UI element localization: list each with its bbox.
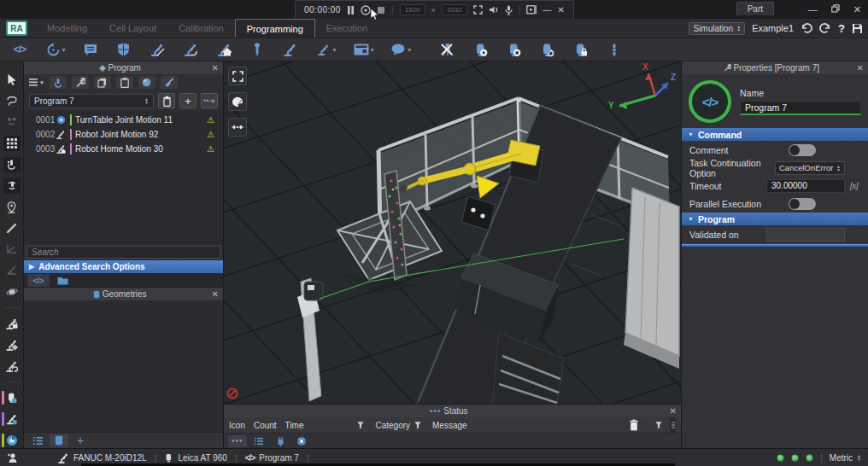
- save-icon[interactable]: [852, 23, 863, 34]
- search-input[interactable]: [26, 246, 220, 259]
- add-view-button[interactable]: +: [71, 434, 90, 447]
- column-count[interactable]: Count: [254, 421, 277, 430]
- code-tool-icon[interactable]: </>: [9, 39, 31, 60]
- filter-icon[interactable]: [654, 421, 663, 429]
- tab-calibration[interactable]: Calibration: [167, 19, 235, 38]
- code-view-tab[interactable]: </>: [27, 274, 50, 287]
- tool-pink-mode-icon[interactable]: [2, 390, 22, 405]
- tracker-record-icon[interactable]: [503, 39, 525, 60]
- select-cursor-icon[interactable]: [3, 72, 21, 87]
- status-scrollbar[interactable]: [670, 417, 676, 433]
- filter-icon[interactable]: [356, 421, 365, 429]
- user-button[interactable]: [7, 452, 18, 463]
- paste-icon[interactable]: [116, 76, 133, 89]
- wrench-icon[interactable]: [72, 76, 89, 89]
- joint-motion-icon[interactable]: [179, 39, 202, 60]
- copy-icon[interactable]: [94, 76, 111, 89]
- dropdown-caret-icon[interactable]: ▼: [369, 47, 375, 53]
- sphere-icon[interactable]: [138, 76, 155, 89]
- geometry-view-button[interactable]: [50, 434, 68, 447]
- dock-window-icon[interactable]: [526, 5, 537, 15]
- close-panel-icon[interactable]: ✕: [857, 63, 864, 73]
- dropdown-caret-icon[interactable]: ▼: [407, 47, 413, 53]
- step-program-button[interactable]: ••➜: [201, 93, 218, 108]
- undo-icon[interactable]: [801, 23, 812, 33]
- viewport-appearance-icon[interactable]: [228, 92, 247, 111]
- program-section-header[interactable]: ▼ Program: [682, 213, 868, 225]
- resolution-height-field[interactable]: 1032: [442, 4, 467, 15]
- active-tracker-indicator[interactable]: Leica AT 960: [164, 452, 226, 463]
- measure-line-icon[interactable]: [3, 221, 21, 236]
- restore-window-icon[interactable]: [831, 4, 840, 15]
- program-row-1[interactable]: 0001 TurnTable Joint Motion 11 ⚠: [24, 113, 223, 127]
- robot-move-icon[interactable]: [3, 337, 21, 352]
- close-panel-icon[interactable]: ✕: [212, 289, 219, 299]
- probe-target-icon[interactable]: [603, 39, 625, 60]
- program-row-2[interactable]: 0002 Robot Joint Motion 92 ⚠: [24, 127, 223, 142]
- task-continuation-select[interactable]: CancelOnError ▲▼: [775, 161, 845, 175]
- robot-violet-mode-icon[interactable]: [2, 411, 22, 427]
- camera-green-mode-icon[interactable]: [2, 433, 22, 448]
- touch-move-icon[interactable]: [3, 157, 21, 172]
- home-motion-icon[interactable]: [213, 39, 235, 60]
- clear-status-icon[interactable]: [629, 419, 639, 431]
- tracker-play-icon[interactable]: [470, 39, 492, 60]
- close-recorder-icon[interactable]: ✕: [557, 5, 564, 15]
- tracker-lock-icon[interactable]: [570, 39, 592, 60]
- tab-execution[interactable]: Execution: [315, 19, 378, 38]
- speaker-icon[interactable]: [489, 5, 499, 15]
- add-program-button[interactable]: +: [179, 93, 196, 108]
- advanced-search-bar[interactable]: ▶ Advanced Search Options: [24, 260, 223, 273]
- tab-cell-layout[interactable]: Cell Layout: [98, 19, 167, 38]
- status-network-tab[interactable]: [292, 435, 311, 447]
- dropdown-caret-icon[interactable]: ▼: [331, 47, 337, 53]
- status-log-tab[interactable]: [249, 435, 268, 447]
- grid-snap-icon[interactable]: [3, 136, 21, 151]
- column-message[interactable]: Message: [432, 421, 467, 430]
- comment-toggle[interactable]: [789, 144, 816, 156]
- close-panel-icon[interactable]: ✕: [670, 406, 677, 416]
- timeout-input[interactable]: [766, 179, 845, 193]
- touch-edit-icon[interactable]: [50, 76, 67, 89]
- measurement-cancel-icon[interactable]: [437, 39, 459, 60]
- pause-button[interactable]: [347, 6, 355, 15]
- filter-icon[interactable]: [413, 421, 422, 429]
- help-button[interactable]: ?: [838, 22, 845, 35]
- robot-lock-icon[interactable]: [3, 316, 21, 331]
- robot-arm-icon[interactable]: [279, 39, 302, 60]
- program-select[interactable]: Program 7 ▲▼: [29, 94, 154, 108]
- touch-rotate-icon[interactable]: [3, 178, 21, 194]
- angle-measure-icon[interactable]: [3, 263, 21, 278]
- microphone-icon[interactable]: [505, 5, 513, 15]
- comment-tool-icon[interactable]: [79, 39, 102, 60]
- delete-program-button[interactable]: [158, 93, 175, 108]
- robot-rotate-icon[interactable]: [3, 358, 21, 374]
- multi-touch-icon[interactable]: [3, 114, 21, 130]
- axis-chart-icon[interactable]: [3, 242, 21, 258]
- program-row-3[interactable]: 0003 Robot Home Motion 30 ⚠: [24, 142, 223, 156]
- shield-tool-icon[interactable]: [113, 39, 135, 60]
- program-panel-header[interactable]: Program ✕: [24, 61, 223, 74]
- geometries-panel-header[interactable]: Geometries ✕: [24, 288, 223, 300]
- close-panel-icon[interactable]: ✕: [212, 63, 219, 73]
- viewport-fullscreen-icon[interactable]: [228, 67, 247, 85]
- tab-programming[interactable]: Programming: [235, 19, 315, 38]
- active-robot-indicator[interactable]: FANUC M-20iD12L: [57, 452, 147, 463]
- linear-motion-icon[interactable]: [146, 39, 168, 60]
- name-input[interactable]: [740, 101, 861, 115]
- column-category[interactable]: Category: [375, 421, 410, 430]
- list-view-button[interactable]: [28, 434, 47, 447]
- redo-icon[interactable]: [819, 23, 831, 33]
- viewport-3d[interactable]: X Z Y: [224, 61, 681, 404]
- fullscreen-icon[interactable]: [473, 5, 483, 15]
- orbit-sphere-icon[interactable]: [3, 284, 21, 300]
- status-more-tab[interactable]: •••: [228, 435, 247, 447]
- location-pin-icon[interactable]: [3, 200, 21, 215]
- units-select[interactable]: Metric ▲▼: [830, 453, 861, 463]
- status-connection-tab[interactable]: [271, 435, 290, 447]
- resolution-width-field[interactable]: 1920: [400, 4, 425, 15]
- viewport-center-fit-icon[interactable]: [228, 118, 247, 137]
- broom-icon[interactable]: [161, 76, 178, 89]
- minimize-recorder-icon[interactable]: —: [542, 5, 551, 15]
- properties-panel-header[interactable]: Properties [Program 7] ✕: [682, 61, 868, 74]
